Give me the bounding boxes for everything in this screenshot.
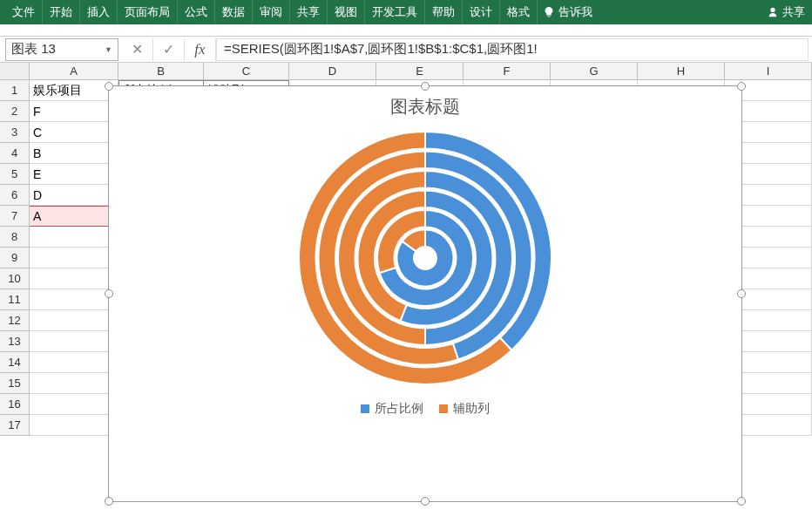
col-header-C[interactable]: C: [204, 63, 289, 79]
row-header-12[interactable]: 12: [0, 310, 30, 331]
col-header-F[interactable]: F: [464, 63, 551, 79]
tab-insert[interactable]: 插入: [80, 0, 118, 24]
tab-design[interactable]: 设计: [463, 0, 500, 24]
svg-point-0: [770, 8, 775, 12]
chart-plot-area[interactable]: [109, 124, 741, 389]
tellme-label: 告诉我: [558, 4, 592, 20]
tab-data[interactable]: 数据: [215, 0, 253, 24]
cell-A7[interactable]: A: [30, 206, 118, 227]
row-header-3[interactable]: 3: [0, 122, 30, 143]
resize-handle-mr[interactable]: [737, 289, 746, 298]
col-header-H[interactable]: H: [638, 63, 725, 79]
cell-A5[interactable]: E: [30, 164, 118, 185]
spreadsheet-grid: A B C D E F G H I 1 娱乐项目 所占比例 辅助列 2 F 3 …: [0, 63, 812, 436]
cell-A12[interactable]: [30, 310, 118, 331]
cell-A13[interactable]: [30, 331, 118, 352]
tab-home[interactable]: 开始: [43, 0, 80, 24]
legend-swatch-orange: [439, 404, 448, 413]
legend-label-1: 所占比例: [375, 401, 423, 417]
tab-file[interactable]: 文件: [5, 0, 43, 24]
col-header-A[interactable]: A: [30, 63, 118, 79]
row-header-7[interactable]: 7: [0, 206, 30, 227]
legend-item-1[interactable]: 所占比例: [361, 401, 423, 417]
col-header-D[interactable]: D: [289, 63, 376, 79]
cell-A4[interactable]: B: [30, 143, 118, 164]
doughnut-chart[interactable]: [294, 127, 556, 389]
resize-handle-tm[interactable]: [421, 82, 430, 91]
row-header-14[interactable]: 14: [0, 352, 30, 373]
cell-A10[interactable]: [30, 268, 118, 289]
tab-page-layout[interactable]: 页面布局: [118, 0, 178, 24]
lightbulb-icon: [543, 6, 555, 18]
resize-handle-br[interactable]: [737, 497, 746, 506]
row-header-2[interactable]: 2: [0, 101, 30, 122]
cancel-formula-button[interactable]: ✕: [122, 38, 153, 61]
col-header-E[interactable]: E: [376, 63, 464, 79]
cell-A8[interactable]: [30, 227, 118, 248]
ribbon: 文件 开始 插入 页面布局 公式 数据 审阅 共享 视图 开发工具 帮助 设计 …: [0, 0, 812, 24]
chart-title[interactable]: 图表标题: [109, 86, 741, 124]
share-button[interactable]: 共享: [761, 0, 812, 24]
row-header-10[interactable]: 10: [0, 268, 30, 289]
row-header-1[interactable]: 1: [0, 80, 30, 101]
select-all-corner[interactable]: [0, 63, 30, 79]
cell-A16[interactable]: [30, 394, 118, 415]
resize-handle-ml[interactable]: [105, 289, 113, 298]
resize-handle-tr[interactable]: [737, 82, 746, 91]
column-headers: A B C D E F G H I: [0, 63, 812, 80]
tab-share[interactable]: 共享: [290, 0, 328, 24]
name-box-dropdown-icon[interactable]: ▼: [105, 45, 112, 54]
cell-A3[interactable]: C: [30, 122, 118, 143]
person-icon: [767, 6, 779, 18]
formula-text: =SERIES(圆环图1!$A$7,圆环图1!$B$1:$C$1,圆环图1!: [224, 41, 538, 58]
formula-input[interactable]: =SERIES(圆环图1!$A$7,圆环图1!$B$1:$C$1,圆环图1!: [216, 38, 809, 61]
row-header-8[interactable]: 8: [0, 227, 30, 248]
resize-handle-tl[interactable]: [105, 82, 113, 91]
col-header-B[interactable]: B: [118, 63, 204, 79]
row-header-5[interactable]: 5: [0, 164, 30, 185]
row-header-13[interactable]: 13: [0, 331, 30, 352]
legend-swatch-blue: [361, 404, 369, 413]
row-header-9[interactable]: 9: [0, 248, 30, 268]
legend-item-2[interactable]: 辅助列: [439, 401, 490, 417]
row-header-16[interactable]: 16: [0, 394, 30, 415]
row-header-15[interactable]: 15: [0, 373, 30, 394]
row-header-17[interactable]: 17: [0, 415, 30, 436]
chart-object[interactable]: 图表标题 所占比例 辅助列: [108, 85, 742, 502]
insert-function-button[interactable]: fx: [185, 38, 216, 61]
col-header-I[interactable]: I: [725, 63, 812, 79]
tab-developer[interactable]: 开发工具: [365, 0, 425, 24]
tab-review[interactable]: 审阅: [253, 0, 290, 24]
cell-A17[interactable]: [30, 415, 118, 436]
legend-label-2: 辅助列: [453, 401, 490, 417]
cell-A6[interactable]: D: [30, 185, 118, 206]
tab-formulas[interactable]: 公式: [178, 0, 215, 24]
tab-help[interactable]: 帮助: [425, 0, 463, 24]
cell-A15[interactable]: [30, 373, 118, 394]
cell-A14[interactable]: [30, 352, 118, 373]
row-header-4[interactable]: 4: [0, 143, 30, 164]
cell-A2[interactable]: F: [30, 101, 118, 122]
row-header-11[interactable]: 11: [0, 289, 30, 310]
tab-format[interactable]: 格式: [500, 0, 538, 24]
enter-formula-button[interactable]: ✓: [153, 38, 185, 61]
row-header-6[interactable]: 6: [0, 185, 30, 206]
resize-handle-bm[interactable]: [421, 497, 430, 506]
tab-view[interactable]: 视图: [328, 0, 365, 24]
resize-handle-bl[interactable]: [105, 497, 113, 506]
ribbon-gap: [0, 24, 812, 37]
formula-bar: 图表 13 ▼ ✕ ✓ fx =SERIES(圆环图1!$A$7,圆环图1!$B…: [0, 37, 812, 63]
name-box-value: 图表 13: [11, 41, 56, 58]
col-header-G[interactable]: G: [551, 63, 638, 79]
name-box[interactable]: 图表 13 ▼: [5, 38, 118, 61]
cell-A9[interactable]: [30, 248, 118, 268]
chart-legend[interactable]: 所占比例 辅助列: [109, 389, 741, 424]
share-label: 共享: [782, 4, 805, 20]
tellme-search[interactable]: 告诉我: [538, 0, 599, 24]
